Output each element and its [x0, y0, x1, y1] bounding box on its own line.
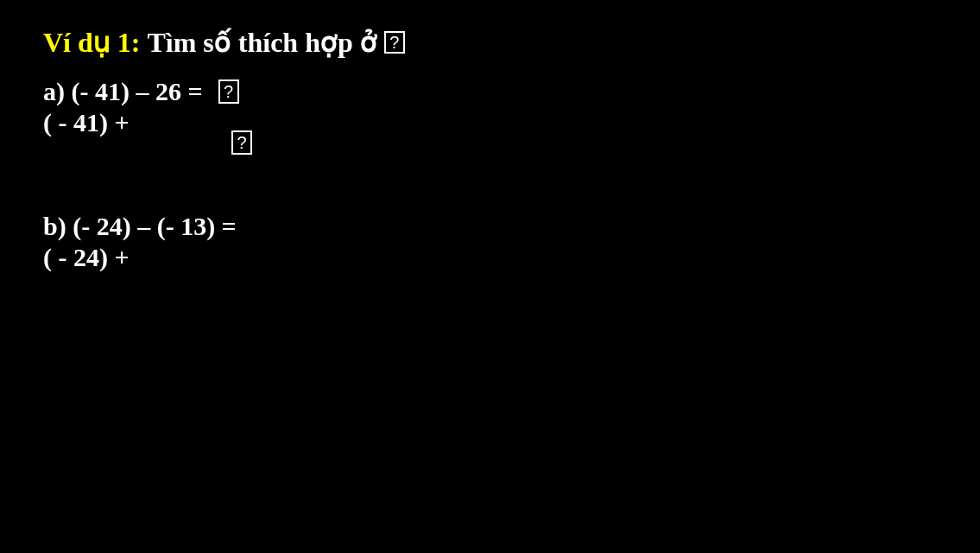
problem-a-line1: a) (- 41) – 26 = ? — [43, 74, 937, 109]
problem-b-line1: b) (- 24) – (- 13) = — [43, 209, 937, 244]
math-expression: ( - 41) + — [43, 107, 130, 138]
problem-b-line2: ( - 24) + — [43, 240, 937, 275]
math-expression: b) (- 24) – (- 13) = — [43, 211, 237, 242]
math-expression: a) (- 41) – 26 = — [43, 76, 203, 107]
answer-box-icon: ? — [218, 79, 239, 104]
title-text: Tìm số thích hợp ở — [147, 26, 376, 59]
math-expression: ( - 24) + — [43, 242, 130, 273]
problem-b: b) (- 24) – (- 13) = ( - 24) + — [43, 209, 937, 275]
problem-a: a) (- 41) – 26 = ? ( - 41) + ? — [43, 74, 937, 175]
problem-a-line2: ( - 41) + — [43, 105, 937, 140]
title-prefix: Ví dụ 1: — [43, 26, 140, 59]
question-mark-box-icon: ? — [384, 31, 405, 54]
problem-a-answer-row: ? — [43, 140, 937, 175]
example-title: Ví dụ 1: Tìm số thích hợp ở ? — [43, 26, 937, 59]
answer-box-icon: ? — [231, 130, 252, 155]
